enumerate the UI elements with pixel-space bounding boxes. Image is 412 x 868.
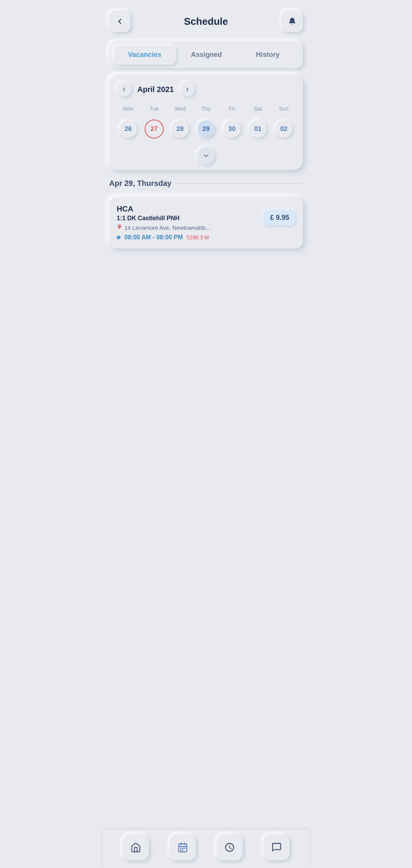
job-subtitle: 1:1 DK Castlehill PNH bbox=[117, 215, 264, 222]
time-dot bbox=[117, 236, 121, 239]
day-label-sat: Sat bbox=[245, 104, 271, 113]
date-29-selected[interactable]: 29 bbox=[197, 120, 215, 138]
job-location: 14 Lenamore Ave, Newtownabb... bbox=[117, 224, 264, 231]
calendar-expand-button[interactable] bbox=[197, 147, 215, 165]
nav-clock-button[interactable] bbox=[217, 834, 243, 860]
job-card[interactable]: HCA 1:1 DK Castlehill PNH 14 Lenamore Av… bbox=[109, 197, 303, 248]
day-label-fri: Fri bbox=[219, 104, 245, 113]
date-cell-27[interactable]: 27 bbox=[141, 117, 167, 141]
date-section-title: Apr 29, Thursday bbox=[109, 179, 171, 188]
nav-calendar-button[interactable] bbox=[170, 834, 196, 860]
job-price: £ 9.95 bbox=[264, 210, 295, 226]
calendar-expand-wrapper bbox=[115, 145, 297, 170]
header: Schedule bbox=[109, 8, 303, 35]
day-label-tue: Tue bbox=[141, 104, 167, 113]
calendar-next-button[interactable] bbox=[180, 82, 195, 97]
bottom-nav bbox=[103, 830, 309, 868]
day-label-wed: Wed bbox=[167, 104, 193, 113]
date-26[interactable]: 26 bbox=[119, 120, 137, 138]
nav-home-button[interactable] bbox=[123, 834, 149, 860]
nav-chat-button[interactable] bbox=[264, 834, 290, 860]
tab-history[interactable]: History bbox=[237, 45, 298, 64]
job-time-text: 08:00 AM - 08:00 PM bbox=[124, 234, 183, 241]
date-28[interactable]: 28 bbox=[171, 120, 189, 138]
date-30[interactable]: 30 bbox=[223, 120, 241, 138]
tab-assigned[interactable]: Assigned bbox=[176, 45, 237, 64]
job-info: HCA 1:1 DK Castlehill PNH 14 Lenamore Av… bbox=[117, 205, 264, 231]
day-label-thu: Thu bbox=[193, 104, 219, 113]
job-card-top: HCA 1:1 DK Castlehill PNH 14 Lenamore Av… bbox=[117, 205, 295, 231]
day-label-mon: Mon bbox=[115, 104, 141, 113]
calendar-dates: 26 27 28 29 30 01 02 bbox=[115, 117, 297, 141]
day-label-sun: Sun bbox=[271, 104, 297, 113]
date-01[interactable]: 01 bbox=[249, 120, 267, 138]
tabs-container: Vacancies Assigned History bbox=[109, 41, 303, 68]
date-section-header: Apr 29, Thursday bbox=[109, 176, 303, 191]
notification-button[interactable] bbox=[282, 11, 303, 32]
location-icon bbox=[117, 224, 122, 231]
page-title: Schedule bbox=[184, 16, 228, 27]
job-time: 08:00 AM - 08:00 PM 5296.3 M bbox=[117, 234, 295, 241]
job-distance: 5296.3 M bbox=[187, 234, 209, 240]
calendar-day-labels: Mon Tue Wed Thu Fri Sat Sun bbox=[115, 104, 297, 113]
job-title: HCA bbox=[117, 205, 264, 213]
job-location-text: 14 Lenamore Ave, Newtownabb... bbox=[124, 224, 210, 231]
tab-vacancies[interactable]: Vacancies bbox=[114, 45, 176, 65]
date-cell-02[interactable]: 02 bbox=[271, 117, 297, 141]
date-cell-30[interactable]: 30 bbox=[219, 117, 245, 141]
calendar-header: April 2021 bbox=[115, 82, 297, 97]
calendar-month-year: April 2021 bbox=[137, 85, 174, 94]
date-02[interactable]: 02 bbox=[275, 120, 293, 138]
date-cell-01[interactable]: 01 bbox=[245, 117, 271, 141]
calendar-prev-button[interactable] bbox=[117, 82, 131, 97]
date-cell-28[interactable]: 28 bbox=[167, 117, 193, 141]
back-button[interactable] bbox=[109, 11, 130, 32]
date-cell-26[interactable]: 26 bbox=[115, 117, 141, 141]
calendar-container: April 2021 Mon Tue Wed Thu Fri Sat Sun 2… bbox=[109, 74, 303, 170]
date-section-divider bbox=[176, 183, 303, 184]
date-27-today[interactable]: 27 bbox=[145, 120, 163, 138]
date-cell-29[interactable]: 29 bbox=[193, 117, 219, 141]
